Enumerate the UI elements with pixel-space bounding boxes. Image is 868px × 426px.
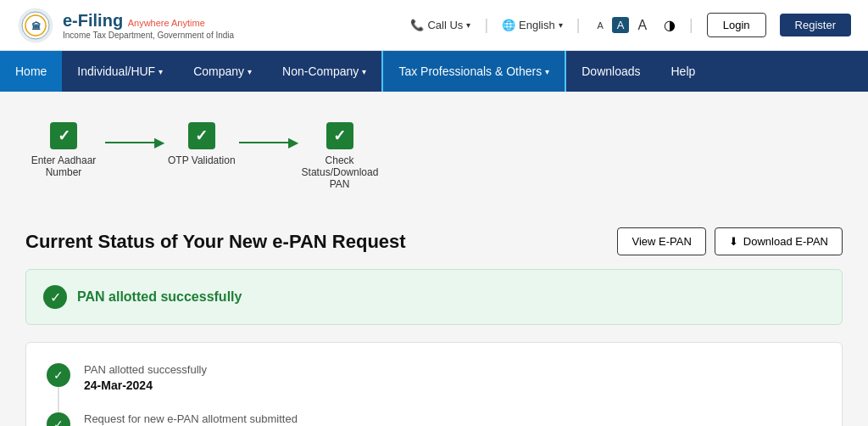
download-epan-button[interactable]: ⬇ Download E-PAN — [715, 227, 843, 255]
header: 🏛 e-Filing Anywhere Anytime Income Tax D… — [0, 0, 868, 51]
step-3-check: ✓ — [326, 122, 353, 149]
timeline-label-2: Request for new e-PAN allotment submitte… — [84, 412, 298, 425]
step-2-check: ✓ — [188, 122, 215, 149]
divider-3: | — [689, 16, 693, 34]
logo-text: e-Filing Anywhere Anytime Income Tax Dep… — [63, 11, 234, 40]
connector-line-1 — [105, 142, 156, 143]
header-right: 📞 Call Us ▾ | 🌐 English ▾ | A A A ◑ | Lo… — [410, 13, 851, 37]
timeline-dot-2: ✓ — [47, 412, 70, 426]
font-controls: A A A — [593, 16, 650, 35]
chevron-down-icon: ▾ — [362, 67, 366, 76]
emblem-icon: 🏛 — [17, 7, 54, 44]
success-message: PAN allotted successfully — [77, 289, 242, 305]
call-chevron-icon: ▾ — [466, 20, 470, 30]
timeline-label-1: PAN allotted successfully — [84, 363, 207, 376]
step-1-check: ✓ — [50, 122, 77, 149]
language-button[interactable]: 🌐 English ▾ — [502, 19, 563, 31]
logo-anywhere: Anywhere Anytime — [128, 18, 205, 28]
step-1: ✓ Enter Aadhaar Number — [25, 122, 102, 178]
logo-tagline: Income Tax Department, Government of Ind… — [63, 31, 234, 40]
login-button[interactable]: Login — [707, 13, 766, 37]
call-us-button[interactable]: 📞 Call Us ▾ — [410, 19, 470, 31]
navbar: Home Individual/HUF ▾ Company ▾ Non-Comp… — [0, 51, 868, 92]
success-check-icon: ✓ — [43, 285, 67, 309]
nav-item-downloads[interactable]: Downloads — [566, 51, 655, 92]
connector-line-2 — [239, 142, 290, 143]
logo-brand: e-Filing Anywhere Anytime — [63, 11, 234, 31]
logo-area: 🏛 e-Filing Anywhere Anytime Income Tax D… — [17, 7, 234, 44]
timeline-date-1: 24-Mar-2024 — [84, 378, 207, 392]
font-small-button[interactable]: A — [593, 19, 606, 32]
view-epan-button[interactable]: View E-PAN — [617, 227, 705, 255]
phone-icon: 📞 — [410, 19, 424, 31]
timeline-item-2: ✓ Request for new e-PAN allotment submit… — [47, 412, 821, 426]
contrast-button[interactable]: ◑ — [664, 17, 676, 33]
steps-container: ✓ Enter Aadhaar Number ▶ ✓ OTP Validatio… — [25, 109, 843, 204]
lang-chevron-icon: ▾ — [559, 20, 563, 30]
download-icon: ⬇ — [729, 235, 738, 248]
font-medium-button[interactable]: A — [612, 17, 630, 33]
status-actions: View E-PAN ⬇ Download E-PAN — [617, 227, 843, 255]
register-button[interactable]: Register — [780, 14, 851, 36]
step-connector-1: ▶ — [102, 122, 168, 150]
svg-text:🏛: 🏛 — [31, 21, 41, 31]
timeline-content-2: Request for new e-PAN allotment submitte… — [84, 412, 298, 426]
step-2: ✓ OTP Validation — [168, 122, 236, 166]
nav-item-help[interactable]: Help — [656, 51, 711, 92]
arrow-icon-1: ▶ — [154, 134, 164, 150]
timeline-content-1: PAN allotted successfully 24-Mar-2024 — [84, 363, 207, 392]
globe-icon: 🌐 — [502, 19, 515, 31]
nav-item-tax-professionals[interactable]: Tax Professionals & Others ▾ — [381, 51, 566, 92]
nav-item-home[interactable]: Home — [0, 51, 62, 92]
success-banner: ✓ PAN allotted successfully — [25, 269, 843, 325]
nav-item-non-company[interactable]: Non-Company ▾ — [267, 51, 381, 92]
divider-2: | — [576, 16, 581, 34]
timeline-card: ✓ PAN allotted successfully 24-Mar-2024 … — [25, 342, 843, 426]
nav-item-company[interactable]: Company ▾ — [178, 51, 267, 92]
page-title: Current Status of Your New e-PAN Request — [25, 231, 406, 253]
arrow-icon-2: ▶ — [288, 134, 298, 150]
divider-1: | — [484, 16, 488, 34]
status-header: Current Status of Your New e-PAN Request… — [25, 227, 843, 255]
step-connector-2: ▶ — [236, 122, 302, 150]
chevron-down-icon: ▾ — [248, 67, 252, 76]
timeline-dot-1: ✓ — [47, 363, 70, 387]
nav-item-individual-huf[interactable]: Individual/HUF ▾ — [62, 51, 178, 92]
chevron-down-icon: ▾ — [545, 67, 549, 76]
font-large-button[interactable]: A — [634, 16, 650, 35]
timeline-item-1: ✓ PAN allotted successfully 24-Mar-2024 — [47, 363, 821, 412]
chevron-down-icon: ▾ — [159, 67, 163, 76]
main-content: ✓ Enter Aadhaar Number ▶ ✓ OTP Validatio… — [0, 92, 868, 426]
step-3: ✓ Check Status/Download PAN — [302, 122, 378, 190]
